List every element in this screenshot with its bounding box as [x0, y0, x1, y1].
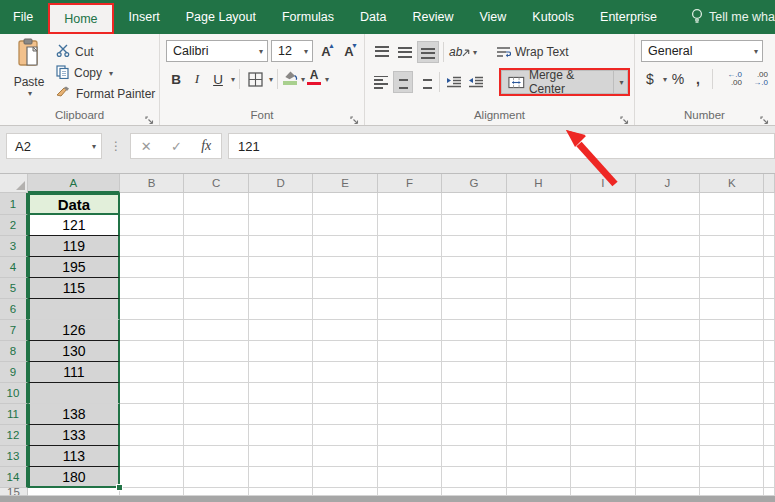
- column-header-A[interactable]: A: [28, 174, 120, 193]
- cell-I3[interactable]: [571, 236, 635, 257]
- cell-D1[interactable]: [249, 193, 313, 215]
- cell-J4[interactable]: [636, 257, 700, 278]
- cell-H13[interactable]: [507, 446, 571, 467]
- cancel-button[interactable]: ✕: [141, 139, 152, 154]
- tab-view[interactable]: View: [466, 0, 519, 34]
- align-left-button[interactable]: [371, 71, 392, 93]
- cell-A12[interactable]: 133: [28, 425, 120, 446]
- column-header-G[interactable]: G: [442, 174, 506, 193]
- comma-style-button[interactable]: ,: [689, 68, 707, 90]
- tell-me-search[interactable]: Tell me wha: [677, 0, 775, 34]
- column-header-C[interactable]: C: [184, 174, 248, 193]
- copy-button[interactable]: Copy ▾: [56, 63, 155, 83]
- font-size-combo[interactable]: 12 ▾: [271, 40, 313, 62]
- cell-H7[interactable]: [507, 320, 571, 341]
- insert-function-button[interactable]: fx: [201, 138, 211, 154]
- cell-J5[interactable]: [636, 278, 700, 299]
- cell-F14[interactable]: [378, 467, 442, 488]
- cell-B11[interactable]: [120, 404, 184, 425]
- cell-F1[interactable]: [378, 193, 442, 215]
- cell-G1[interactable]: [442, 193, 506, 215]
- column-header-D[interactable]: D: [249, 174, 313, 193]
- cell-J9[interactable]: [636, 362, 700, 383]
- select-all-button[interactable]: [0, 174, 28, 193]
- borders-dropdown-arrow[interactable]: ▾: [269, 75, 273, 84]
- cell-B8[interactable]: [120, 341, 184, 362]
- row-header-10[interactable]: 10: [0, 383, 28, 404]
- cell-F11[interactable]: [378, 404, 442, 425]
- cell-B1[interactable]: [120, 193, 184, 215]
- cell-I1[interactable]: [571, 193, 635, 215]
- percent-style-button[interactable]: %: [669, 68, 687, 90]
- cell-D11[interactable]: [249, 404, 313, 425]
- cell-C3[interactable]: [184, 236, 248, 257]
- cell-D2[interactable]: [249, 215, 313, 236]
- number-format-combo[interactable]: General ▾: [641, 40, 763, 62]
- align-middle-button[interactable]: [394, 41, 416, 63]
- cell-A4[interactable]: 195: [28, 257, 120, 278]
- cell-K14[interactable]: [700, 467, 764, 488]
- cell-F4[interactable]: [378, 257, 442, 278]
- cell-F5[interactable]: [378, 278, 442, 299]
- cell-H14[interactable]: [507, 467, 571, 488]
- cell-G3[interactable]: [442, 236, 506, 257]
- cell-G7[interactable]: [442, 320, 506, 341]
- cell-H2[interactable]: [507, 215, 571, 236]
- cell-B3[interactable]: [120, 236, 184, 257]
- font-color-dropdown-arrow[interactable]: ▾: [325, 75, 329, 84]
- italic-button[interactable]: I: [187, 68, 207, 90]
- cell-K7[interactable]: [700, 320, 764, 341]
- tab-enterprise[interactable]: Enterprise: [587, 0, 670, 34]
- cell-I4[interactable]: [571, 257, 635, 278]
- cell-D9[interactable]: [249, 362, 313, 383]
- cell-E3[interactable]: [313, 236, 377, 257]
- cell-K13[interactable]: [700, 446, 764, 467]
- cell-B5[interactable]: [120, 278, 184, 299]
- cell-H1[interactable]: [507, 193, 571, 215]
- cell-A6[interactable]: [28, 299, 120, 320]
- row-header-14[interactable]: 14: [0, 467, 28, 488]
- row-header-15[interactable]: 15: [0, 488, 28, 496]
- cell-A11[interactable]: 138: [28, 404, 120, 425]
- cell-I13[interactable]: [571, 446, 635, 467]
- cell-B10[interactable]: [120, 383, 184, 404]
- cell-D4[interactable]: [249, 257, 313, 278]
- cell-A5[interactable]: 115: [28, 278, 120, 299]
- cell-C14[interactable]: [184, 467, 248, 488]
- wrap-text-button[interactable]: Wrap Text: [489, 40, 576, 64]
- copy-dropdown-arrow[interactable]: ▾: [109, 69, 113, 78]
- cell-F7[interactable]: [378, 320, 442, 341]
- cell-J13[interactable]: [636, 446, 700, 467]
- number-dialog-launcher[interactable]: [760, 111, 770, 121]
- paste-dropdown-arrow[interactable]: ▾: [28, 89, 32, 98]
- cell-I8[interactable]: [571, 341, 635, 362]
- cell-E7[interactable]: [313, 320, 377, 341]
- cell-K15[interactable]: [700, 488, 764, 496]
- row-header-7[interactable]: 7: [0, 320, 28, 341]
- cell-C12[interactable]: [184, 425, 248, 446]
- row-header-3[interactable]: 3: [0, 236, 28, 257]
- tab-review[interactable]: Review: [399, 0, 466, 34]
- formula-input[interactable]: 121: [228, 133, 775, 159]
- cell-C9[interactable]: [184, 362, 248, 383]
- cell-F12[interactable]: [378, 425, 442, 446]
- grow-font-button[interactable]: A▲: [316, 41, 336, 61]
- cell-I11[interactable]: [571, 404, 635, 425]
- cell-J15[interactable]: [636, 488, 700, 496]
- font-color-button[interactable]: A: [306, 69, 322, 89]
- cell-B12[interactable]: [120, 425, 184, 446]
- cell-A14[interactable]: 180: [28, 467, 120, 488]
- row-header-11[interactable]: 11: [0, 404, 28, 425]
- cell-A7[interactable]: 126: [28, 320, 120, 341]
- cell-D13[interactable]: [249, 446, 313, 467]
- cell-G12[interactable]: [442, 425, 506, 446]
- cell-K10[interactable]: [700, 383, 764, 404]
- cell-H5[interactable]: [507, 278, 571, 299]
- cell-C6[interactable]: [184, 299, 248, 320]
- cell-G5[interactable]: [442, 278, 506, 299]
- cell-A3[interactable]: 119: [28, 236, 120, 257]
- cell-I15[interactable]: [571, 488, 635, 496]
- fill-color-button[interactable]: [282, 69, 298, 89]
- cell-F10[interactable]: [378, 383, 442, 404]
- cell-B15[interactable]: [120, 488, 184, 496]
